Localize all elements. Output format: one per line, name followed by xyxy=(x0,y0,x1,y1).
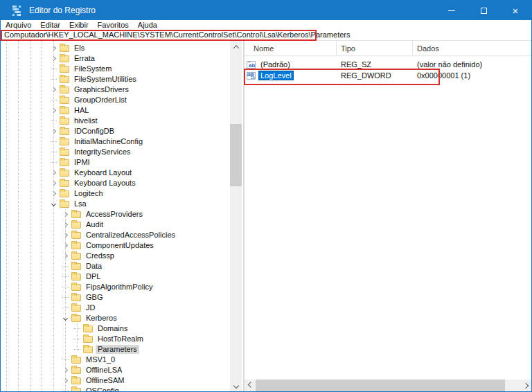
folder-icon xyxy=(71,367,81,374)
tree-item-integrityservices[interactable]: IntegrityServices xyxy=(1,147,231,157)
minimize-button[interactable] xyxy=(436,1,468,20)
tree-connector-dash xyxy=(60,386,71,391)
tree-item-label: JD xyxy=(84,303,97,312)
registry-values-pane: Nome Tipo Dados “ab(Padrão)REG_SZ(valor … xyxy=(245,41,531,391)
folder-icon xyxy=(60,128,69,135)
tree-item-filesystem[interactable]: FileSystem xyxy=(1,64,231,74)
address-bar[interactable]: Computador\HKEY_LOCAL_MACHINE\SYSTEM\Cur… xyxy=(1,30,531,41)
tree-item-label: FileSystemUtilities xyxy=(72,75,139,84)
tree-item-kerberos[interactable]: Kerberos xyxy=(1,313,231,323)
folder-icon xyxy=(60,107,69,114)
tree-item-logitech[interactable]: Logitech xyxy=(1,188,231,199)
tree-item-label: HAL xyxy=(72,106,91,115)
tree-item-hosttorealm[interactable]: HostToRealm xyxy=(1,334,231,344)
tree-item-fipsalgorithmpolicy[interactable]: FipsAlgorithmPolicy xyxy=(1,282,231,292)
value-name-label[interactable]: LogLevel xyxy=(258,71,294,80)
tree-item-filesystemutilities[interactable]: FileSystemUtilities xyxy=(1,74,231,84)
tree-item-lsa[interactable]: Lsa xyxy=(1,199,231,209)
chevron-right-icon[interactable] xyxy=(48,188,60,199)
chevron-right-icon[interactable] xyxy=(60,240,71,251)
folder-icon xyxy=(60,87,69,93)
chevron-down-icon[interactable] xyxy=(48,199,60,209)
tree-item-graphicsdrivers[interactable]: GraphicsDrivers xyxy=(1,84,231,95)
folder-icon xyxy=(60,97,69,104)
list-horizontal-scrollbar[interactable] xyxy=(245,380,531,391)
tree-item-els[interactable]: Els xyxy=(1,43,231,53)
column-header-nome[interactable]: Nome xyxy=(245,41,337,55)
column-header-tipo[interactable]: Tipo xyxy=(337,41,413,55)
folder-icon xyxy=(71,294,81,301)
registry-tree-pane: ElsErrataFileSystemFileSystemUtilitiesGr… xyxy=(1,41,243,391)
chevron-right-icon[interactable] xyxy=(60,220,71,230)
tree-item-label: GroupOrderList xyxy=(72,96,129,105)
registry-value-row[interactable]: 011110LogLevelREG_DWORD0x00000001 (1) xyxy=(245,70,531,81)
chevron-right-icon[interactable] xyxy=(48,126,60,136)
folder-icon xyxy=(71,222,81,229)
column-header-dados[interactable]: Dados xyxy=(413,41,531,55)
chevron-right-icon[interactable] xyxy=(48,84,60,95)
menu-favoritos[interactable]: Favoritos xyxy=(98,21,129,29)
tree-item-offlinesam[interactable]: OfflineSAM xyxy=(1,375,231,386)
menu-exibir[interactable]: Exibir xyxy=(69,21,89,29)
tree-item-label: MSV1_0 xyxy=(84,355,117,364)
chevron-right-icon[interactable] xyxy=(60,251,71,261)
tree-item-domains[interactable]: Domains xyxy=(1,323,231,334)
tree-item-ipmi[interactable]: IPMI xyxy=(1,157,231,168)
tree-item-initialmachineconfig[interactable]: InitialMachineConfig xyxy=(1,136,231,147)
tree-item-offlinelsa[interactable]: OfflineLSA xyxy=(1,365,231,375)
folder-icon xyxy=(83,336,93,343)
tree-item-dpl[interactable]: DPL xyxy=(1,271,231,282)
tree-item-label: IntegrityServices xyxy=(72,148,132,157)
registry-value-row[interactable]: “ab(Padrão)REG_SZ(valor não definido) xyxy=(245,59,531,70)
tree-item-jd[interactable]: JD xyxy=(1,303,231,313)
tree-item-gbg[interactable]: GBG xyxy=(1,292,231,303)
tree-item-parameters[interactable]: Parameters xyxy=(1,344,231,355)
chevron-right-icon[interactable] xyxy=(48,53,60,64)
content-area: ElsErrataFileSystemFileSystemUtilitiesGr… xyxy=(1,41,531,391)
chevron-right-icon[interactable] xyxy=(60,365,71,375)
address-path[interactable]: Computador\HKEY_LOCAL_MACHINE\SYSTEM\Cur… xyxy=(1,30,531,40)
tree-item-credssp[interactable]: Credssp xyxy=(1,251,231,261)
tree-vertical-scrollbar[interactable] xyxy=(230,41,242,391)
chevron-right-icon[interactable] xyxy=(48,168,60,178)
maximize-button[interactable] xyxy=(468,1,499,20)
chevron-left-icon xyxy=(247,382,253,387)
value-name-label[interactable]: (Padrão) xyxy=(258,60,292,69)
tree-item-errata[interactable]: Errata xyxy=(1,53,231,64)
tree-item-keyboard-layout[interactable]: Keyboard Layout xyxy=(1,168,231,178)
tree-item-keyboard-layouts[interactable]: Keyboard Layouts xyxy=(1,178,231,188)
tree-item-idconfigdb[interactable]: IDConfigDB xyxy=(1,126,231,136)
chevron-right-icon[interactable] xyxy=(48,43,60,53)
tree-connector-dash xyxy=(48,95,60,105)
window-title: Editor do Registro xyxy=(29,6,436,15)
scrollbar-thumb[interactable] xyxy=(230,124,242,186)
tree-item-centralizedaccesspolicies[interactable]: CentralizedAccessPolicies xyxy=(1,230,231,240)
tree-item-audit[interactable]: Audit xyxy=(1,220,231,230)
scroll-down-button[interactable] xyxy=(230,380,242,391)
menu-editar[interactable]: Editar xyxy=(40,21,60,29)
tree-item-grouporderlist[interactable]: GroupOrderList xyxy=(1,95,231,105)
tree-item-hal[interactable]: HAL xyxy=(1,105,231,116)
scroll-right-button[interactable] xyxy=(520,380,531,391)
scroll-left-button[interactable] xyxy=(245,380,256,391)
chevron-right-icon[interactable] xyxy=(60,230,71,240)
tree-item-label: GraphicsDrivers xyxy=(72,85,131,94)
tree-item-hivelist[interactable]: hivelist xyxy=(1,116,231,126)
tree-item-accessproviders[interactable]: AccessProviders xyxy=(1,209,231,220)
chevron-down-icon[interactable] xyxy=(60,313,71,323)
chevron-right-icon[interactable] xyxy=(48,178,60,188)
close-button[interactable]: × xyxy=(499,1,531,20)
tree-connector-dash xyxy=(71,334,83,344)
tree-item-msv1-0[interactable]: MSV1_0 xyxy=(1,355,231,365)
scrollbar-thumb[interactable] xyxy=(256,380,505,391)
tree-item-data[interactable]: Data xyxy=(1,261,231,271)
menu-arquivo[interactable]: Arquivo xyxy=(6,21,31,29)
menu-ajuda[interactable]: Ajuda xyxy=(138,21,157,29)
tree-item-componentupdates[interactable]: ComponentUpdates xyxy=(1,240,231,251)
tree-item-osconfig[interactable]: OSConfig xyxy=(1,386,231,391)
scroll-up-button[interactable] xyxy=(230,41,242,53)
tree-connector-dash xyxy=(60,303,71,313)
chevron-right-icon[interactable] xyxy=(60,375,71,386)
chevron-right-icon[interactable] xyxy=(60,209,71,220)
chevron-right-icon[interactable] xyxy=(48,105,60,116)
